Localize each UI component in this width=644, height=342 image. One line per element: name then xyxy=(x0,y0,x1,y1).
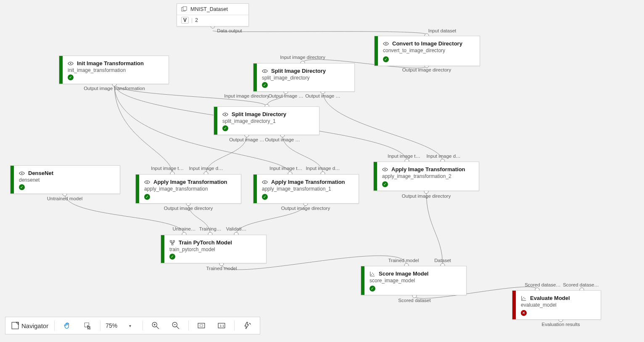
version-sep: | xyxy=(191,17,193,23)
zoom-actual-button[interactable]: 1:1 xyxy=(212,319,231,332)
error-icon: ✕ xyxy=(521,310,527,316)
svg-point-35 xyxy=(225,114,226,115)
svg-rect-40 xyxy=(170,240,172,242)
zoom-dropdown[interactable]: ▾ xyxy=(121,319,139,332)
svg-point-46 xyxy=(523,298,523,299)
pipeline-canvas[interactable]: Data output Input dataset Output image d… xyxy=(0,0,644,342)
eye-icon xyxy=(382,167,388,172)
svg-point-34 xyxy=(264,70,266,72)
zoom-out-button[interactable] xyxy=(166,319,185,332)
port-label: Input image d… xyxy=(306,166,340,171)
port-label: Output image … xyxy=(305,93,340,98)
svg-line-52 xyxy=(156,326,159,329)
node-convert-to-image-directory[interactable]: Convert to Image Directory convert_to_im… xyxy=(374,36,480,66)
node-apply-image-transformation-2[interactable]: Apply Image Transformation apply_image_t… xyxy=(373,162,479,191)
status-bar xyxy=(59,56,63,84)
port-label: Input image directory xyxy=(280,55,325,60)
node-subtitle: apply_image_transformation xyxy=(144,186,235,192)
node-subtitle: split_image_directory xyxy=(262,75,348,81)
svg-rect-49 xyxy=(12,322,18,329)
node-densenet[interactable]: DenseNet densenet ✓ xyxy=(10,165,120,194)
version-value: 2 xyxy=(195,17,198,23)
navigator-label: Navigator xyxy=(21,322,48,329)
status-bar xyxy=(136,175,139,203)
svg-rect-41 xyxy=(173,240,175,242)
node-score-image-model[interactable]: Score Image Model score_image_model ✓ xyxy=(361,266,467,295)
eye-icon xyxy=(222,111,228,117)
port-label: Untrained model xyxy=(47,196,82,201)
svg-line-56 xyxy=(177,326,179,329)
status-bar xyxy=(375,36,378,66)
port-label: Input image d… xyxy=(189,166,223,171)
node-subtitle: apply_image_transformation_2 xyxy=(382,173,473,179)
node-train-pytorch-model[interactable]: Train PyTorch Model train_pytorch_model … xyxy=(161,235,267,263)
node-subtitle: score_image_model xyxy=(370,278,460,284)
node-evaluate-model[interactable]: Evaluate Model evaluate_model ✕ xyxy=(512,290,601,320)
check-icon: ✓ xyxy=(19,184,25,190)
port-label: Data output xyxy=(217,28,242,33)
port-label: Evaluation results xyxy=(542,322,580,327)
svg-text:1:1: 1:1 xyxy=(220,324,224,328)
svg-rect-59 xyxy=(200,325,203,327)
svg-point-36 xyxy=(21,172,23,174)
select-button[interactable] xyxy=(78,319,97,332)
node-subtitle: evaluate_model xyxy=(521,302,595,308)
node-split-image-directory-1[interactable]: Split Image Directory split_image_direct… xyxy=(214,106,319,135)
status-bar xyxy=(161,235,164,263)
svg-point-38 xyxy=(264,181,266,183)
port-label: Input image directory xyxy=(224,93,269,98)
node-apply-image-transformation-1[interactable]: Apply Image Transformation apply_image_t… xyxy=(253,174,359,204)
dataset-node[interactable]: MNIST_Dataset V | 2 xyxy=(177,3,249,27)
check-icon: ✓ xyxy=(68,74,74,80)
port-label: Dataset xyxy=(434,258,451,263)
port-label: Scored datase… xyxy=(525,282,561,287)
port-label: Input image t… xyxy=(388,154,420,159)
check-icon: ✓ xyxy=(262,194,268,200)
check-icon: ✓ xyxy=(144,194,150,200)
toolbar-sep xyxy=(188,321,189,331)
status-bar xyxy=(11,166,14,194)
chevron-down-icon: ▾ xyxy=(129,323,131,328)
port-label: Output image … xyxy=(268,93,304,98)
zoom-level: 75% xyxy=(104,322,119,329)
svg-point-45 xyxy=(373,274,374,275)
port-label: Training… xyxy=(199,226,222,231)
port-label: Untraine… xyxy=(173,226,196,231)
status-bar xyxy=(253,175,257,203)
port-label: Input image d… xyxy=(426,154,460,159)
node-apply-image-transformation[interactable]: Apply Image Transformation apply_image_t… xyxy=(135,174,241,204)
lightning-refresh-icon xyxy=(243,322,251,329)
port-label: Output image directory xyxy=(402,67,451,72)
svg-point-37 xyxy=(147,181,148,183)
toolbar-sep xyxy=(234,321,235,331)
port-label: Input image t… xyxy=(151,166,184,171)
zoom-in-icon xyxy=(152,322,159,329)
toolbar-sep xyxy=(100,321,100,331)
port-label: Trained model xyxy=(206,266,237,271)
zoom-out-icon xyxy=(172,322,179,329)
cursor-box-icon xyxy=(84,322,91,329)
svg-point-39 xyxy=(385,169,386,170)
node-split-image-directory[interactable]: Split Image Directory split_image_direct… xyxy=(253,63,355,92)
zoom-to-fit-button[interactable] xyxy=(192,319,211,332)
svg-point-32 xyxy=(385,43,387,44)
node-title: DenseNet xyxy=(28,170,53,176)
node-title: Apply Image Transformation xyxy=(153,179,227,185)
node-init-image-transformation[interactable]: Init Image Transformation init_image_tra… xyxy=(59,56,169,84)
dataset-icon xyxy=(181,6,187,12)
scatter-icon xyxy=(521,295,527,301)
node-title: Train PyTorch Model xyxy=(179,239,232,246)
port-label: Output image directory xyxy=(164,206,213,211)
auto-layout-button[interactable] xyxy=(238,319,256,332)
status-bar xyxy=(512,291,516,319)
navigator-button[interactable]: Navigator xyxy=(9,319,51,332)
pan-hand-button[interactable] xyxy=(58,319,77,332)
svg-point-48 xyxy=(525,298,525,299)
port-label: Input dataset xyxy=(428,28,457,33)
port-label: Validati… xyxy=(226,226,246,231)
node-title: Split Image Directory xyxy=(271,68,326,74)
port-label: Output image transformation xyxy=(84,86,145,91)
svg-rect-58 xyxy=(198,323,205,328)
node-title: Split Image Directory xyxy=(232,111,286,117)
zoom-in-button[interactable] xyxy=(146,319,165,332)
